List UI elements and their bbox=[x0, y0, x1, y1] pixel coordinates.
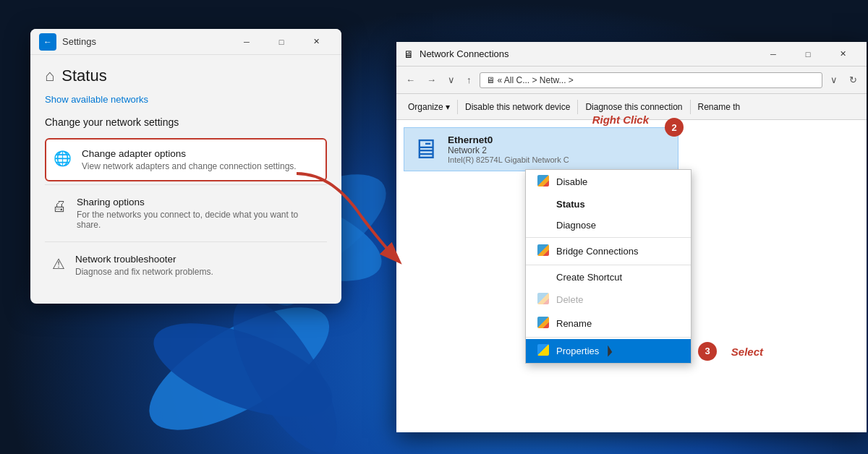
ctx-properties-label: Properties bbox=[556, 346, 599, 356]
address-text: « All C... > Netw... > bbox=[498, 75, 574, 85]
ctx-bridge-label: Bridge Connections bbox=[556, 246, 638, 257]
adapter-item-name: Change adapter options bbox=[82, 148, 297, 159]
address-bar: ← → ∨ ↑ 🖥 « All C... > Netw... > ∨ ↻ bbox=[396, 67, 867, 94]
ctx-status[interactable]: Status bbox=[526, 194, 691, 215]
netconn-titlebar-controls: ─ □ ✕ bbox=[757, 44, 859, 64]
divider-2 bbox=[45, 241, 327, 242]
expand-nav-button[interactable]: ∨ bbox=[827, 72, 841, 87]
network-connections-window: 🖥 Network Connections ─ □ ✕ ← → ∨ ↑ 🖥 « … bbox=[396, 42, 867, 432]
select-label: Select bbox=[731, 345, 763, 357]
mouse-cursor bbox=[608, 346, 615, 357]
right-click-label: Right Click bbox=[592, 113, 649, 126]
sharing-options-item[interactable]: 🖨 Sharing options For the networks you c… bbox=[45, 188, 327, 239]
ctx-properties[interactable]: Properties Select 3 bbox=[526, 339, 691, 363]
settings-page-title: Status bbox=[61, 67, 106, 85]
adapter-icon: 🌐 bbox=[54, 150, 72, 167]
netconn-window-title: Network Connections bbox=[420, 48, 509, 59]
rename-shield-icon bbox=[537, 317, 550, 330]
recent-nav-button[interactable]: ∨ bbox=[444, 72, 459, 87]
ethernet-adapter: Intel(R) 82574L Gigabit Network C bbox=[448, 155, 569, 164]
toolbar-sep-3 bbox=[690, 100, 691, 114]
back-nav-button[interactable]: ← bbox=[402, 72, 419, 87]
properties-shield-icon bbox=[537, 344, 550, 358]
delete-shield-icon bbox=[537, 293, 550, 307]
troubleshooter-item-name: Network troubleshooter bbox=[75, 254, 213, 265]
ethernet-network: Network 2 bbox=[448, 145, 569, 155]
ethernet-item[interactable]: 🖥 Ethernet0 Network 2 Intel(R) 82574L Gi… bbox=[404, 127, 678, 171]
forward-nav-button[interactable]: → bbox=[423, 72, 440, 87]
ctx-status-label: Status bbox=[556, 199, 585, 210]
minimize-button[interactable]: ─ bbox=[230, 32, 263, 52]
ethernet-icon: 🖥 bbox=[412, 134, 439, 165]
settings-page-header: ⌂ Status bbox=[45, 67, 327, 85]
maximize-button[interactable]: □ bbox=[265, 32, 298, 52]
sharing-item-desc: For the networks you connect to, decide … bbox=[77, 210, 320, 230]
toolbar-sep-1 bbox=[457, 100, 458, 114]
disable-shield-icon bbox=[537, 175, 550, 189]
titlebar-controls: ─ □ ✕ bbox=[230, 32, 333, 52]
right-click-badge: 2 bbox=[665, 118, 684, 137]
close-button[interactable]: ✕ bbox=[299, 32, 333, 52]
ctx-sep-2 bbox=[526, 265, 691, 265]
diagnose-connection-button[interactable]: Diagnose this connection bbox=[579, 99, 688, 115]
adapter-item-desc: View network adapters and change connect… bbox=[82, 161, 297, 171]
ctx-diagnose[interactable]: Diagnose bbox=[526, 215, 691, 236]
ctx-shortcut[interactable]: Create Shortcut bbox=[526, 267, 691, 288]
netconn-content: 🖥 Ethernet0 Network 2 Intel(R) 82574L Gi… bbox=[396, 120, 867, 179]
change-adapter-item[interactable]: 🌐 Change adapter options View network ad… bbox=[45, 138, 327, 181]
settings-content: ⌂ Status Show available networks Change … bbox=[30, 55, 341, 297]
ctx-disable[interactable]: Disable bbox=[526, 170, 691, 194]
netconn-minimize-button[interactable]: ─ bbox=[757, 44, 790, 64]
organize-button[interactable]: Organize ▾ bbox=[402, 99, 456, 115]
divider-1 bbox=[45, 184, 327, 185]
netconn-maximize-button[interactable]: □ bbox=[791, 44, 825, 64]
ctx-disable-label: Disable bbox=[556, 176, 587, 187]
ctx-delete: Delete bbox=[526, 288, 691, 312]
sharing-item-name: Sharing options bbox=[77, 197, 320, 207]
ctx-bridge[interactable]: Bridge Connections bbox=[526, 239, 691, 263]
ctx-shortcut-label: Create Shortcut bbox=[556, 272, 622, 283]
disable-device-button[interactable]: Disable this network device bbox=[459, 99, 576, 115]
show-networks-link[interactable]: Show available networks bbox=[45, 94, 327, 105]
ctx-diagnose-label: Diagnose bbox=[556, 220, 596, 231]
refresh-nav-button[interactable]: ↻ bbox=[846, 72, 861, 87]
ethernet-name: Ethernet0 bbox=[448, 134, 569, 145]
context-menu: Disable Status Diagnose Bridge Connectio… bbox=[525, 169, 692, 364]
netconn-close-button[interactable]: ✕ bbox=[826, 44, 859, 64]
settings-titlebar: ← Settings ─ □ ✕ bbox=[30, 29, 341, 55]
troubleshooter-icon: ⚠ bbox=[52, 255, 65, 273]
up-nav-button[interactable]: ↑ bbox=[463, 72, 475, 87]
ctx-delete-label: Delete bbox=[556, 294, 584, 305]
ctx-sep-1 bbox=[526, 237, 691, 238]
toolbar-sep-2 bbox=[577, 100, 578, 114]
settings-window-title: Settings bbox=[62, 36, 96, 47]
settings-window: ← Settings ─ □ ✕ ⌂ Status Show available… bbox=[30, 29, 341, 304]
select-badge: 3 bbox=[698, 342, 717, 361]
troubleshooter-item[interactable]: ⚠ Network troubleshooter Diagnose and fi… bbox=[45, 245, 327, 286]
sharing-icon: 🖨 bbox=[52, 198, 67, 215]
change-network-heading: Change your network settings bbox=[45, 116, 327, 128]
address-bar-icon: 🖥 bbox=[486, 75, 495, 85]
troubleshooter-item-desc: Diagnose and fix network problems. bbox=[75, 267, 213, 277]
bridge-shield-icon bbox=[537, 244, 550, 258]
ctx-rename[interactable]: Rename bbox=[526, 312, 691, 335]
settings-back-button[interactable]: ← bbox=[39, 33, 56, 51]
address-input[interactable]: 🖥 « All C... > Netw... > bbox=[480, 72, 823, 88]
ctx-sep-3 bbox=[526, 337, 691, 338]
ctx-rename-label: Rename bbox=[556, 318, 592, 329]
rename-button[interactable]: Rename th bbox=[692, 99, 746, 115]
home-icon: ⌂ bbox=[45, 67, 54, 85]
netconn-titlebar: 🖥 Network Connections ─ □ ✕ bbox=[396, 42, 867, 67]
netconn-window-icon: 🖥 bbox=[404, 48, 414, 60]
